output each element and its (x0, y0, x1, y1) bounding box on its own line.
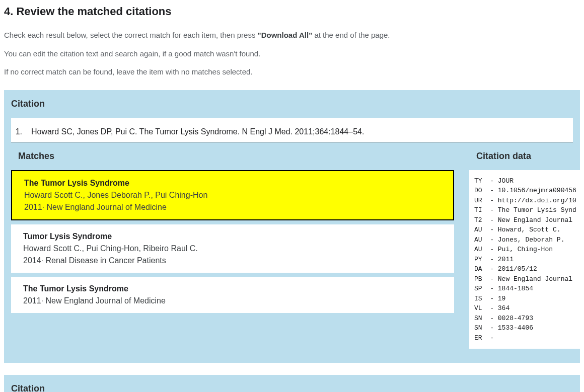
page-heading: 4. Review the matched citations (4, 3, 580, 20)
match-title: Tumor Lysis Syndrome (23, 230, 442, 243)
intro-line3: If no correct match can be found, leave … (4, 66, 580, 78)
citation-block: Citation 2. Cairo MS, Bishop M. Tumour l… (4, 375, 580, 392)
citation-number: 1. (15, 126, 22, 138)
intro-text: Check each result below, select the corr… (4, 30, 580, 78)
intro-line1-post: at the end of the page. (312, 31, 390, 39)
match-item[interactable]: The Tumor Lysis Syndrome 2011· New Engla… (11, 277, 454, 313)
intro-line1-pre: Check each result below, select the corr… (4, 31, 258, 39)
match-authors: Howard Scott C., Pui Ching-Hon, Ribeiro … (23, 243, 442, 255)
match-meta: 2011· New England Journal of Medicine (23, 295, 442, 307)
citation-data-ris: TY - JOUR DO - 10.1056/nejmra090456 UR -… (469, 170, 580, 349)
matches-label: Matches (11, 142, 454, 170)
match-item[interactable]: The Tumor Lysis Syndrome Howard Scott C.… (11, 170, 454, 220)
citation-text[interactable]: Howard SC, Jones DP, Pui C. The Tumor Ly… (31, 126, 364, 138)
citation-label: Citation (4, 90, 580, 118)
intro-line1-bold: "Download All" (258, 31, 313, 39)
citation-input[interactable]: 1. Howard SC, Jones DP, Pui C. The Tumor… (11, 118, 573, 142)
intro-line2: You can edit the citation text and searc… (4, 48, 580, 60)
citation-data-label: Citation data (469, 142, 580, 170)
match-item[interactable]: Tumor Lysis Syndrome Howard Scott C., Pu… (11, 224, 454, 273)
citation-label: Citation (4, 375, 580, 392)
match-title: The Tumor Lysis Syndrome (23, 283, 442, 295)
match-title: The Tumor Lysis Syndrome (24, 177, 441, 189)
match-meta: 2011· New England Journal of Medicine (24, 201, 441, 213)
match-authors: Howard Scott C., Jones Deborah P., Pui C… (24, 189, 441, 201)
match-meta: 2014· Renal Disease in Cancer Patients (23, 255, 442, 267)
citation-block: Citation 1. Howard SC, Jones DP, Pui C. … (4, 90, 580, 363)
